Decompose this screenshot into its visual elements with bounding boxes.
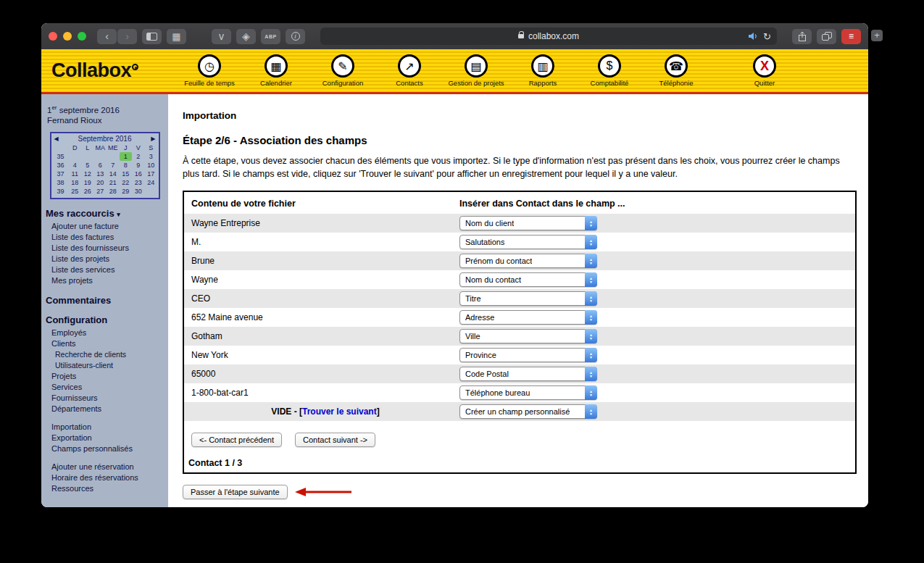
calendar-next-icon[interactable]: ▶ — [151, 135, 155, 142]
sidebar-item-importation[interactable]: Importation — [41, 422, 168, 433]
sidebar-item-champs-personnalises[interactable]: Champs personnalisés — [41, 443, 168, 454]
calendar-day[interactable]: 30 — [132, 187, 145, 196]
field-select[interactable]: Code Postal▲▼ — [459, 367, 597, 381]
nav-item-configuration[interactable]: ✎ Configuration — [318, 54, 367, 87]
info-extension-button[interactable]: i — [286, 29, 305, 44]
calendar-day[interactable]: 3 — [145, 152, 158, 161]
calendar-day[interactable]: 2 — [132, 152, 145, 161]
field-select[interactable]: Créer un champ personnalisé▲▼ — [459, 404, 597, 419]
sidebar-item-exportation[interactable]: Exportation — [41, 433, 168, 443]
sidebar-item-projets[interactable]: Projets — [41, 371, 168, 382]
minimize-window-button[interactable] — [63, 32, 72, 41]
calendar-day[interactable]: 6 — [94, 161, 107, 170]
new-tab-button[interactable]: + — [871, 30, 883, 41]
adblock-extension-button[interactable]: ABP — [261, 29, 280, 44]
calendar-day[interactable]: 8 — [120, 161, 133, 170]
field-select[interactable]: Adresse▲▼ — [459, 310, 597, 325]
extension-button[interactable]: ◈ — [236, 29, 256, 44]
share-button[interactable] — [792, 29, 812, 44]
field-select[interactable]: Titre▲▼ — [459, 291, 597, 306]
sidebar-item-departements[interactable]: Départements — [41, 404, 168, 414]
calendar-day[interactable]: 5 — [81, 161, 94, 170]
audio-mute-icon[interactable] — [748, 32, 758, 41]
comments-heading[interactable]: Commentaires — [46, 295, 168, 306]
calendar-day[interactable]: 9 — [132, 161, 145, 170]
sidebar-item-liste-factures[interactable]: Liste des factures — [41, 232, 168, 243]
shortcuts-heading[interactable]: Mes raccourcis ▾ — [46, 208, 168, 219]
field-select[interactable]: Province▲▼ — [459, 348, 597, 362]
calendar-day[interactable] — [145, 187, 158, 196]
field-select[interactable]: Nom du contact▲▼ — [459, 272, 597, 287]
sidebar-item-fournisseurs[interactable]: Fournisseurs — [41, 393, 168, 404]
calendar-day[interactable]: 15 — [120, 170, 133, 178]
calendar-day[interactable]: 24 — [145, 178, 158, 187]
calendar-day[interactable]: 27 — [94, 187, 107, 196]
calendar-day[interactable]: 13 — [94, 170, 107, 178]
sidebar-item-clients[interactable]: Clients — [41, 338, 168, 349]
address-bar[interactable]: collabox.com ↻ — [320, 28, 777, 45]
sidebar-item-recherche-clients[interactable]: Recherche de clients — [41, 349, 168, 360]
menu-extension-button[interactable]: ≡ — [841, 29, 861, 44]
calendar-day[interactable]: 7 — [107, 161, 120, 170]
sidebar-item-ressources[interactable]: Ressources — [41, 483, 168, 494]
calendar-day[interactable]: 25 — [69, 187, 82, 196]
calendar-day[interactable]: 11 — [69, 170, 82, 178]
forward-button[interactable]: › — [117, 29, 137, 44]
collabox-logo[interactable]: Collabox — [51, 59, 173, 82]
sidebar-item-liste-projets[interactable]: Liste des projets — [41, 254, 168, 264]
calendar-day[interactable]: 18 — [69, 178, 82, 187]
field-select[interactable]: Salutations▲▼ — [459, 235, 597, 249]
nav-item-gestion-de-projets[interactable]: ▤ Gestion de projets — [451, 54, 501, 87]
calendar-day[interactable]: 19 — [81, 178, 94, 187]
sidebar-item-ajouter-facture[interactable]: Ajouter une facture — [41, 221, 168, 232]
nav-item-quitter[interactable]: X Quitter — [740, 54, 789, 87]
calendar-day[interactable]: 20 — [94, 178, 107, 187]
pocket-extension-button[interactable]: v — [212, 29, 231, 44]
calendar-day[interactable]: 28 — [107, 187, 120, 196]
reload-icon[interactable]: ↻ — [763, 31, 771, 42]
calendar-day[interactable]: 21 — [107, 178, 120, 187]
sidebar-item-utilisateurs-client[interactable]: Utilisateurs-client — [41, 360, 168, 371]
sidebar-item-employes[interactable]: Employés — [41, 328, 168, 338]
calendar-day[interactable]: 14 — [107, 170, 120, 178]
calendar-day[interactable]: 23 — [132, 178, 145, 187]
calendar-day[interactable]: 26 — [81, 187, 94, 196]
calendar-day[interactable]: 10 — [145, 161, 158, 170]
calendar-day[interactable] — [81, 152, 94, 161]
calendar-prev-icon[interactable]: ◀ — [54, 135, 59, 142]
sidebar-item-liste-services[interactable]: Liste des services — [41, 264, 168, 275]
previous-contact-button[interactable]: <- Contact précédent — [191, 433, 282, 447]
calendar-day[interactable] — [94, 152, 107, 161]
next-contact-button[interactable]: Contact suivant -> — [295, 433, 375, 447]
sidebar-item-ajouter-reservation[interactable]: Ajouter une réservation — [41, 462, 168, 472]
sidebar-item-mes-projets[interactable]: Mes projets — [41, 275, 168, 286]
nav-item-contacts[interactable]: ↗ Contacts — [385, 54, 434, 87]
nav-item-calendrier[interactable]: ▦ Calendrier — [251, 54, 301, 87]
calendar-day[interactable]: 4 — [69, 161, 82, 170]
zoom-window-button[interactable] — [78, 32, 86, 41]
close-window-button[interactable] — [49, 32, 57, 41]
calendar-day[interactable]: 22 — [120, 178, 133, 187]
calendar-day-today[interactable]: 1 — [120, 152, 133, 161]
calendar-day[interactable]: 29 — [120, 187, 133, 196]
calendar-day[interactable] — [107, 152, 120, 161]
calendar-day[interactable]: 16 — [132, 170, 145, 178]
top-sites-button[interactable]: ▦ — [167, 29, 186, 44]
nav-item-telephonie[interactable]: ☎ Téléphonie — [652, 54, 701, 87]
calendar-day[interactable]: 17 — [145, 170, 158, 178]
back-button[interactable]: ‹ — [97, 29, 117, 44]
field-select[interactable]: Prénom du contact▲▼ — [459, 254, 597, 268]
tabs-overview-button[interactable] — [817, 29, 836, 44]
sidebar-item-services[interactable]: Services — [41, 382, 168, 393]
calendar-day[interactable] — [69, 152, 82, 161]
find-next-link[interactable]: Trouver le suivant — [302, 406, 377, 417]
configuration-heading[interactable]: Configuration — [46, 314, 168, 325]
field-select[interactable]: Téléphone bureau▲▼ — [459, 385, 597, 400]
calendar-day[interactable]: 12 — [81, 170, 94, 178]
field-select[interactable]: Nom du client▲▼ — [459, 216, 597, 230]
nav-item-feuille-de-temps[interactable]: ◷ Feuille de temps — [185, 54, 234, 87]
sidebar-item-horaire-reservations[interactable]: Horaire des réservations — [41, 472, 168, 483]
field-select[interactable]: Ville▲▼ — [459, 329, 597, 343]
nav-item-rapports[interactable]: ▥ Rapports — [518, 54, 567, 87]
sidebar-toggle-button[interactable] — [142, 29, 162, 44]
